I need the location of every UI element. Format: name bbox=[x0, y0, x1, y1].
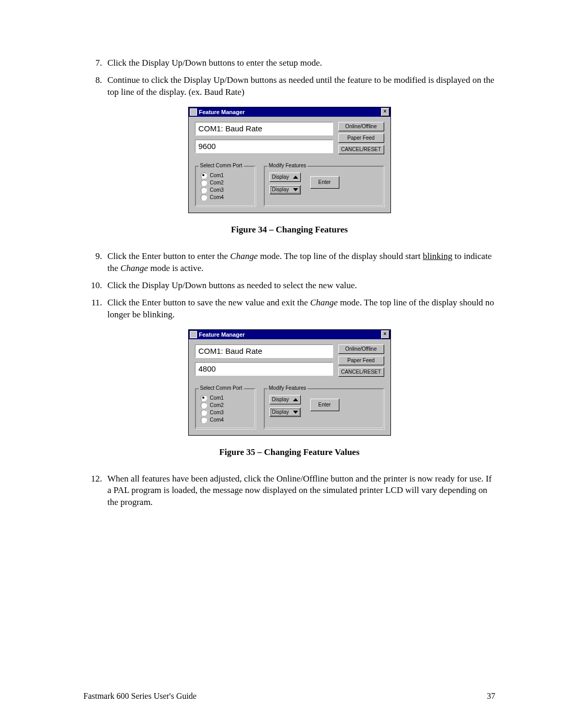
radio-icon bbox=[201, 395, 207, 401]
radio-icon bbox=[201, 187, 207, 193]
ordered-list: Click the Display Up/Down buttons to ent… bbox=[83, 57, 495, 98]
online-offline-button[interactable]: Online/Offline bbox=[338, 344, 384, 354]
group-legend: Select Comm Port bbox=[199, 385, 244, 391]
window-body: Online/Offline Paper Feed CANCEL/RESET S… bbox=[189, 117, 390, 213]
online-offline-button[interactable]: Online/Offline bbox=[338, 122, 384, 131]
text: mode is active. bbox=[148, 263, 204, 273]
enter-button[interactable]: Enter bbox=[310, 176, 339, 189]
display-down-button[interactable]: Display bbox=[270, 408, 301, 417]
display-line-2[interactable] bbox=[195, 362, 333, 376]
display-up-button[interactable]: Display bbox=[270, 395, 301, 404]
document-page: Click the Display Up/Down buttons to ent… bbox=[0, 0, 563, 728]
side-buttons: Online/Offline Paper Feed CANCEL/RESET bbox=[338, 122, 384, 156]
text: Click the Display Up/Down buttons as nee… bbox=[107, 280, 357, 290]
radio-com1[interactable]: Com1 bbox=[201, 172, 250, 179]
window-title: Feature Manager bbox=[199, 331, 245, 338]
paper-feed-button[interactable]: Paper Feed bbox=[338, 356, 384, 365]
triangle-up-icon bbox=[293, 398, 298, 401]
list-item: Click the Display Up/Down buttons as nee… bbox=[104, 280, 495, 292]
list-item: When all features have been adjusted, cl… bbox=[104, 473, 495, 509]
titlebar: Feature Manager × bbox=[189, 107, 390, 117]
footer-title: Fastmark 600 Series User's Guide bbox=[83, 692, 197, 701]
display-line-2[interactable] bbox=[195, 140, 333, 153]
select-comm-port-group: Select Comm Port Com1 Com2 Com3 Com4 bbox=[195, 166, 255, 206]
text: Click the Display Up/Down buttons to ent… bbox=[107, 58, 322, 68]
radio-com2[interactable]: Com2 bbox=[201, 180, 250, 186]
footer-page-number: 37 bbox=[487, 692, 495, 701]
text: When all features have been adjusted, cl… bbox=[107, 474, 492, 508]
text: Change bbox=[120, 263, 148, 273]
text: mode. The top line of the display should… bbox=[258, 251, 423, 261]
radio-com1[interactable]: Com1 bbox=[201, 395, 250, 401]
list-item: Click the Display Up/Down buttons to ent… bbox=[104, 57, 495, 69]
modify-features-group: Modify Features Display Display Enter bbox=[264, 388, 384, 429]
radio-com2[interactable]: Com2 bbox=[201, 402, 250, 409]
radio-com3[interactable]: Com3 bbox=[201, 187, 250, 193]
text: Click the Enter button to save the new v… bbox=[107, 298, 310, 307]
text: Change bbox=[310, 298, 338, 307]
app-icon bbox=[190, 331, 197, 338]
feature-manager-window: Feature Manager × Online/Offline Paper F… bbox=[188, 107, 391, 213]
radio-icon bbox=[201, 417, 207, 423]
lcd-display bbox=[195, 122, 333, 153]
triangle-down-icon bbox=[293, 188, 298, 191]
radio-com4[interactable]: Com4 bbox=[201, 194, 250, 201]
feature-manager-window: Feature Manager × Online/Offline Paper F… bbox=[188, 329, 391, 436]
display-line-1[interactable] bbox=[195, 344, 333, 358]
select-comm-port-group: Select Comm Port Com1 Com2 Com3 Com4 bbox=[195, 388, 255, 429]
group-legend: Modify Features bbox=[267, 385, 308, 391]
text: Continue to click the Display Up/Down bu… bbox=[107, 75, 494, 97]
triangle-up-icon bbox=[293, 176, 298, 179]
window-body: Online/Offline Paper Feed CANCEL/RESET S… bbox=[189, 339, 390, 435]
close-icon[interactable]: × bbox=[381, 108, 389, 116]
text: Click the Enter button to enter the bbox=[107, 251, 230, 261]
list-item: Click the Enter button to enter the Chan… bbox=[104, 251, 495, 275]
lcd-display bbox=[195, 344, 333, 376]
ordered-list: Click the Enter button to enter the Chan… bbox=[83, 251, 495, 321]
triangle-down-icon bbox=[293, 411, 298, 414]
radio-icon bbox=[201, 402, 207, 409]
side-buttons: Online/Offline Paper Feed CANCEL/RESET bbox=[338, 344, 384, 379]
list-item: Click the Enter button to save the new v… bbox=[104, 297, 495, 321]
radio-icon bbox=[201, 410, 207, 416]
list-item: Continue to click the Display Up/Down bu… bbox=[104, 75, 495, 98]
text: Change bbox=[230, 251, 258, 261]
window-title: Feature Manager bbox=[199, 109, 245, 115]
display-line-1[interactable] bbox=[195, 122, 333, 135]
paper-feed-button[interactable]: Paper Feed bbox=[338, 133, 384, 143]
radio-icon bbox=[201, 194, 207, 201]
close-icon[interactable]: × bbox=[381, 330, 389, 339]
radio-icon bbox=[201, 172, 207, 179]
figure-caption: Figure 34 – Changing Features bbox=[83, 225, 495, 235]
radio-com4[interactable]: Com4 bbox=[201, 417, 250, 423]
titlebar: Feature Manager × bbox=[189, 330, 390, 339]
text: blinking bbox=[423, 251, 452, 261]
ordered-list: When all features have been adjusted, cl… bbox=[83, 473, 495, 509]
group-legend: Modify Features bbox=[267, 163, 308, 168]
display-down-button[interactable]: Display bbox=[270, 185, 301, 194]
cancel-reset-button[interactable]: CANCEL/RESET bbox=[338, 145, 384, 154]
display-up-button[interactable]: Display bbox=[270, 172, 301, 182]
page-footer: Fastmark 600 Series User's Guide 37 bbox=[83, 692, 495, 701]
group-legend: Select Comm Port bbox=[199, 163, 244, 168]
enter-button[interactable]: Enter bbox=[310, 399, 339, 411]
app-icon bbox=[190, 108, 197, 116]
modify-features-group: Modify Features Display Display Enter bbox=[264, 166, 384, 206]
radio-icon bbox=[201, 180, 207, 186]
figure-caption: Figure 35 – Changing Feature Values bbox=[83, 447, 495, 458]
radio-com3[interactable]: Com3 bbox=[201, 410, 250, 416]
cancel-reset-button[interactable]: CANCEL/RESET bbox=[338, 367, 384, 377]
